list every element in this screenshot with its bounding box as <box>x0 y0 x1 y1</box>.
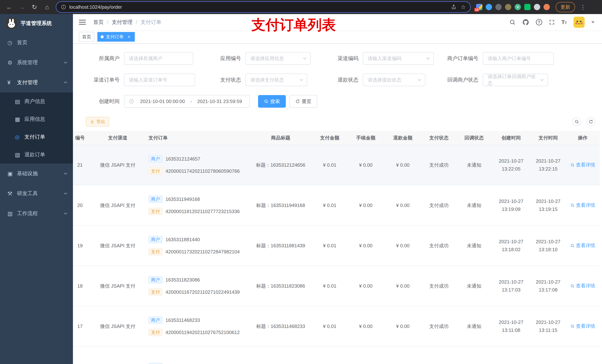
col-header-pay-time: 支付时间 <box>531 135 566 141</box>
sidebar-item-payment[interactable]: 支付管理 <box>0 73 73 93</box>
pay-tag: 支付 <box>149 329 162 336</box>
sidebar-item-merchant-info[interactable]: 商户信息 <box>0 93 73 110</box>
chevron-down-icon <box>63 211 68 216</box>
col-header-channel: 支付渠道 <box>94 135 142 141</box>
pay-status-select[interactable]: 请选择支付状态 <box>246 74 307 86</box>
channel-order-no-input[interactable] <box>124 74 195 86</box>
clock-icon <box>129 99 134 104</box>
search-icon <box>264 99 269 104</box>
refund-status-select[interactable]: 请选择退款状态 <box>363 74 425 86</box>
chevron-up-icon <box>63 80 68 85</box>
view-detail-link[interactable]: 查看详情 <box>570 162 595 168</box>
extension-icon[interactable]: 10 <box>476 4 483 10</box>
col-header-fee: 手续金额 <box>347 135 384 141</box>
col-header-title: 商品标题 <box>249 135 312 141</box>
github-icon[interactable] <box>522 19 529 26</box>
col-header-refund: 退款金额 <box>384 135 421 141</box>
merchant-order-no-input[interactable] <box>483 52 554 65</box>
extension-badge: 10 <box>474 8 479 12</box>
annotation-text: 支付订单列表 <box>251 16 336 35</box>
table-row: 17 微信 JSAPI 支付 商户1635311468233 支付4200001… <box>73 306 600 347</box>
site-info-icon[interactable] <box>61 4 66 10</box>
sidebar-item-infrastructure[interactable]: 基础设施 <box>0 164 73 184</box>
view-detail-link[interactable]: 查看详情 <box>570 202 595 208</box>
forward-icon[interactable]: → <box>16 2 27 12</box>
col-header-order: 支付订单 <box>142 135 249 141</box>
dashboard-icon <box>7 39 16 46</box>
tab-close-icon[interactable] <box>126 34 131 39</box>
extension-icon[interactable] <box>505 4 511 10</box>
reload-icon[interactable]: ↻ <box>29 2 40 12</box>
browser-window: ← → ↻ ⌂ localhost:1024/pay/order ☆ 10 更新… <box>0 0 602 364</box>
search-icon <box>570 284 574 288</box>
pay-tag: 支付 <box>149 288 162 296</box>
avatar-caret-icon[interactable] <box>591 21 595 23</box>
table-row-partial: 商户1635311457864 <box>73 347 600 364</box>
col-header-amount: 支付金额 <box>312 135 347 141</box>
search-icon[interactable] <box>509 19 516 25</box>
export-button[interactable]: 导出 <box>86 117 109 126</box>
fullscreen-icon[interactable] <box>549 19 555 25</box>
pay-order-icon <box>15 134 24 140</box>
order-table: 编号 支付渠道 支付订单 商品标题 支付金额 手续金额 退款金额 支付状态 回调… <box>73 131 602 364</box>
merchant-tag: 商户 <box>149 196 162 203</box>
sidebar-item-workflow[interactable]: 工作流程 <box>0 203 73 223</box>
browser-menu-icon[interactable]: ⋮ <box>578 4 588 10</box>
logo-avatar-icon <box>6 18 17 29</box>
profile-avatar-icon[interactable] <box>544 4 550 10</box>
navbar: 首页 支付管理 支付订单 <box>73 14 602 30</box>
app-no-select[interactable]: 请选择应用信息 <box>246 52 311 65</box>
sidebar-item-refund-order[interactable]: 退款订单 <box>0 146 73 164</box>
merchant-card-icon <box>15 98 24 105</box>
address-bar[interactable]: localhost:1024/pay/order ☆ <box>56 2 470 12</box>
puzzle-extension-icon[interactable] <box>534 4 540 10</box>
chevron-down-icon <box>63 171 68 176</box>
sidebar-item-pay-order[interactable]: 支付订单 <box>0 128 73 146</box>
tab-home[interactable]: 首页 <box>79 32 94 42</box>
sidebar-item-app-info[interactable]: 应用信息 <box>0 110 73 128</box>
home-icon[interactable]: ⌂ <box>42 2 53 12</box>
sidebar-item-home[interactable]: 首页 <box>0 32 73 52</box>
tab-pay-order[interactable]: 支付订单 <box>97 32 135 42</box>
extension-icon[interactable] <box>486 4 492 10</box>
toggle-search-button[interactable] <box>572 117 581 126</box>
search-icon <box>575 119 579 124</box>
view-detail-link[interactable]: 查看详情 <box>570 323 595 329</box>
chevron-down-icon <box>302 56 307 61</box>
share-icon[interactable] <box>451 4 456 10</box>
merchant-tag: 商户 <box>149 363 162 364</box>
breadcrumb-pay-manage[interactable]: 支付管理 <box>104 19 133 26</box>
breadcrumb-home[interactable]: 首页 <box>93 19 104 26</box>
breadcrumb-pay-order: 支付订单 <box>133 19 161 26</box>
extension-icon[interactable] <box>524 4 531 10</box>
vue-devtools-icon[interactable] <box>515 4 521 10</box>
col-header-create-time: 创建时间 <box>492 135 531 141</box>
view-detail-link[interactable]: 查看详情 <box>570 283 595 289</box>
workflow-icon <box>7 210 16 217</box>
tags-view: 首页 支付订单 <box>73 30 602 44</box>
sidebar-item-system[interactable]: 系统管理 <box>0 52 73 73</box>
bookmark-star-icon[interactable]: ☆ <box>461 4 466 10</box>
search-button[interactable]: 搜索 <box>258 95 286 108</box>
view-detail-link[interactable]: 查看详情 <box>570 242 595 249</box>
app-title: 芋道管理系统 <box>21 20 52 27</box>
extension-icon[interactable] <box>495 4 502 10</box>
font-size-icon[interactable] <box>561 19 567 25</box>
refresh-icon <box>295 99 300 104</box>
download-icon <box>90 119 94 124</box>
help-icon[interactable] <box>536 19 542 25</box>
merchant-select-input[interactable] <box>124 52 193 65</box>
reset-button[interactable]: 重置 <box>290 95 317 108</box>
create-time-range[interactable]: 2021-10-01 00:00:00 - 2021-10-31 23:59:5… <box>124 95 250 108</box>
browser-update-button[interactable]: 更新 <box>556 2 575 12</box>
refresh-button[interactable] <box>586 117 595 126</box>
sidebar-item-devtools[interactable]: 研发工具 <box>0 184 73 203</box>
active-tab-dot <box>101 35 104 38</box>
channel-code-select[interactable]: 请输入渠道编码 <box>363 52 434 65</box>
merchant-tag: 商户 <box>149 276 162 283</box>
infrastructure-icon <box>7 170 16 177</box>
hamburger-icon[interactable] <box>79 20 86 25</box>
notify-status-select[interactable]: 请选择订单回调商户状态 <box>483 74 548 86</box>
back-icon[interactable]: ← <box>4 2 15 12</box>
user-avatar[interactable] <box>573 17 585 28</box>
